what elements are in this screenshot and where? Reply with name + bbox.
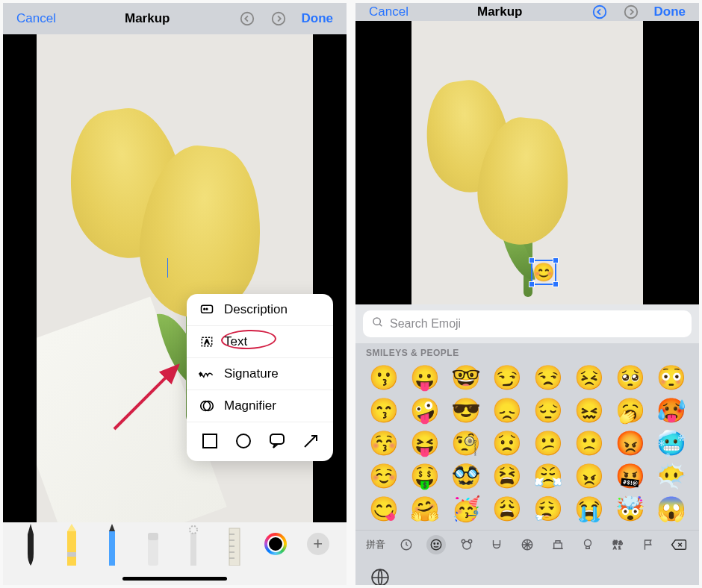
category-travel-icon[interactable] xyxy=(548,535,568,554)
emoji-item[interactable]: 😏 xyxy=(488,363,526,392)
cancel-button[interactable]: Cancel xyxy=(369,4,409,19)
markup-canvas[interactable]: 😊 xyxy=(355,21,699,304)
tool-lasso[interactable] xyxy=(183,524,204,566)
category-flags-icon[interactable] xyxy=(639,535,658,554)
tool-pencil[interactable] xyxy=(102,524,122,566)
emoji-item[interactable]: 🤪 xyxy=(406,395,444,425)
shape-square[interactable] xyxy=(200,431,219,451)
menu-item-signature[interactable]: Signature xyxy=(187,358,333,390)
menu-item-magnifier[interactable]: Magnifier xyxy=(187,390,333,422)
category-objects-icon[interactable] xyxy=(578,535,597,554)
svg-text:あ: あ xyxy=(618,540,623,545)
emoji-item[interactable]: 😕 xyxy=(529,428,567,458)
emoji-item[interactable]: 🤬 xyxy=(611,461,649,491)
emoji-item[interactable]: 😔 xyxy=(529,395,567,425)
color-picker-button[interactable] xyxy=(264,533,287,555)
svg-rect-14 xyxy=(67,531,76,566)
emoji-item[interactable]: 😠 xyxy=(570,461,608,491)
svg-point-37 xyxy=(468,539,472,543)
emoji-item[interactable]: 🥶 xyxy=(652,428,690,458)
emoji-keyboard: Search Emoji SMILEYS & PEOPLE 😗 😛 🤓 😏 😒 … xyxy=(355,304,699,585)
emoji-item[interactable]: 🤯 xyxy=(611,494,649,524)
category-activity-icon[interactable] xyxy=(518,535,537,554)
emoji-grid: 😗 😛 🤓 😏 😒 😣 🥺 😳 😙 🤪 😎 😞 😔 😖 🥱 🥵 😚 😝 🧐 😟 … xyxy=(355,360,699,530)
shape-circle[interactable] xyxy=(234,431,252,451)
markup-canvas[interactable]: Description A Text Signature Magnifier xyxy=(3,34,347,522)
emoji-item[interactable]: 😛 xyxy=(406,363,444,392)
emoji-item[interactable]: 😣 xyxy=(570,363,608,392)
emoji-item[interactable]: ☺️ xyxy=(364,461,403,491)
emoji-item[interactable]: 😗 xyxy=(364,363,403,392)
emoji-item[interactable]: 😡 xyxy=(611,428,649,458)
category-food-icon[interactable] xyxy=(487,535,506,554)
globe-icon[interactable] xyxy=(369,566,391,585)
search-icon xyxy=(372,316,384,331)
magnifier-icon xyxy=(199,398,215,414)
emoji-item[interactable]: 🥳 xyxy=(447,494,485,524)
emoji-item[interactable]: 😱 xyxy=(652,494,690,524)
done-button[interactable]: Done xyxy=(301,11,333,26)
tool-marker[interactable] xyxy=(61,524,82,566)
emoji-item[interactable]: 😳 xyxy=(652,363,690,392)
page-title: Markup xyxy=(477,4,522,19)
emoji-item[interactable]: 😞 xyxy=(488,395,526,425)
svg-point-29 xyxy=(373,318,380,325)
tool-pen[interactable] xyxy=(20,524,41,566)
menu-item-description[interactable]: Description xyxy=(187,294,333,326)
svg-point-36 xyxy=(462,539,465,543)
emoji-item[interactable]: 😚 xyxy=(364,428,403,458)
emoji-item[interactable]: 🥸 xyxy=(447,461,485,491)
emoji-search-field[interactable]: Search Emoji xyxy=(363,310,692,337)
category-smileys-icon[interactable] xyxy=(426,535,446,554)
emoji-item[interactable]: 😖 xyxy=(570,395,608,425)
emoji-item[interactable]: 😶‍🌫️ xyxy=(652,461,690,491)
emoji-item[interactable]: 😮‍💨 xyxy=(529,494,567,524)
emoji-item[interactable]: 😋 xyxy=(364,494,403,524)
emoji-item[interactable]: 😝 xyxy=(406,428,444,458)
svg-point-32 xyxy=(431,539,441,550)
emoji-item[interactable]: 🤑 xyxy=(406,461,444,491)
category-pinyin[interactable]: 拼音 xyxy=(366,535,385,554)
svg-point-1 xyxy=(273,13,285,25)
text-icon: A xyxy=(199,334,215,350)
cancel-button[interactable]: Cancel xyxy=(16,11,56,26)
emoji-item[interactable]: 🥱 xyxy=(611,395,649,425)
left-screenshot: Cancel Markup Done xyxy=(3,3,347,585)
emoji-item[interactable]: 🤗 xyxy=(406,494,444,524)
emoji-item[interactable]: 😤 xyxy=(529,461,567,491)
emoji-item[interactable]: 😫 xyxy=(488,461,526,491)
emoji-category-bar: 拼音 拼あA1 xyxy=(355,530,699,559)
tool-eraser[interactable] xyxy=(143,524,164,566)
category-recent-icon[interactable] xyxy=(397,535,416,554)
backspace-icon[interactable] xyxy=(669,535,689,554)
emoji-item[interactable]: 😒 xyxy=(529,363,567,392)
undo-icon[interactable] xyxy=(591,3,609,21)
inserted-text-box[interactable]: 😊 xyxy=(531,260,556,285)
category-animals-icon[interactable] xyxy=(457,535,476,554)
add-button[interactable]: + xyxy=(307,533,329,555)
tool-ruler[interactable] xyxy=(224,524,245,566)
emoji-item[interactable]: 😩 xyxy=(488,494,526,524)
shape-speech-bubble[interactable] xyxy=(267,431,286,451)
svg-point-20 xyxy=(190,526,197,534)
emoji-item[interactable]: 😎 xyxy=(447,395,485,425)
right-screenshot: Cancel Markup Done 😊 xyxy=(355,3,699,585)
photo: 😊 xyxy=(411,21,643,304)
emoji-item[interactable]: 😙 xyxy=(364,395,403,425)
navbar: Cancel Markup Done xyxy=(355,3,699,21)
undo-icon xyxy=(238,10,256,28)
emoji-item[interactable]: 🥵 xyxy=(652,395,690,425)
home-indicator xyxy=(122,577,227,581)
svg-point-4 xyxy=(204,308,205,310)
emoji-item[interactable]: 🥺 xyxy=(611,363,649,392)
shape-arrow[interactable] xyxy=(301,431,320,451)
done-button[interactable]: Done xyxy=(653,4,686,19)
svg-point-27 xyxy=(594,6,606,19)
emoji-item[interactable]: 🙁 xyxy=(570,428,608,458)
svg-rect-18 xyxy=(148,533,158,540)
emoji-item[interactable]: 🤓 xyxy=(447,363,485,392)
emoji-item[interactable]: 🧐 xyxy=(447,428,485,458)
category-symbols-icon[interactable]: 拼あA1 xyxy=(609,535,628,554)
emoji-item[interactable]: 😟 xyxy=(488,428,526,458)
emoji-item[interactable]: 😭 xyxy=(570,494,608,524)
